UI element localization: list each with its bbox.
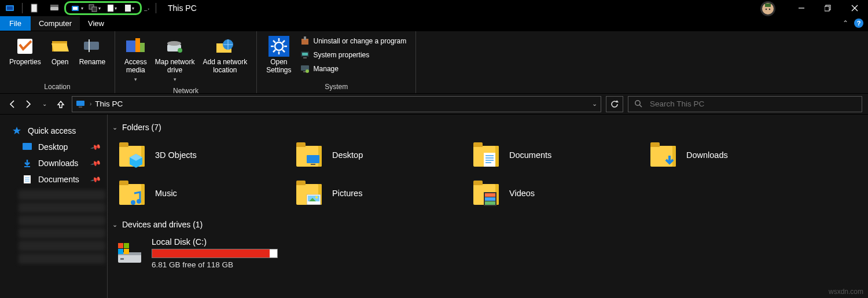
svg-rect-59 [24, 166, 30, 167]
qat-pin2-icon[interactable] [87, 1, 101, 15]
rename-icon [82, 36, 102, 57]
app-icon[interactable] [1, 1, 19, 15]
close-button[interactable] [841, 0, 868, 16]
svg-rect-69 [486, 155, 494, 156]
folder-downloads[interactable]: Downloads [647, 140, 821, 170]
sidebar-blurred-item [19, 253, 105, 264]
search-input[interactable] [649, 99, 856, 109]
sidebar-label: Quick access [28, 126, 76, 135]
svg-rect-88 [118, 249, 123, 254]
window-title: This PC [168, 3, 197, 13]
qat-pin4-icon[interactable] [122, 1, 136, 15]
tab-computer[interactable]: Computer [31, 16, 80, 31]
svg-point-14 [766, 9, 767, 10]
ribbon-group-system: Open Settings Uninstall or change a prog… [257, 31, 416, 93]
qat-file-icon[interactable] [25, 1, 44, 15]
folder-desktop[interactable]: Desktop [293, 140, 466, 170]
folder-documents[interactable]: Documents [470, 140, 643, 170]
button-label: Properties [9, 58, 41, 66]
qat-customize-icon[interactable]: ⎯▾ [142, 1, 152, 15]
button-label: Map network drive [155, 58, 195, 74]
rename-button[interactable]: Rename [76, 34, 109, 68]
drive-c[interactable]: Local Disk (C:) 6.81 GB free of 118 GB [108, 231, 868, 269]
section-drives-header[interactable]: ⌄ Devices and drives (1) [108, 218, 868, 231]
svg-rect-9 [92, 7, 97, 12]
folder-music[interactable]: Music [116, 178, 289, 208]
svg-line-56 [639, 105, 642, 107]
qat-drive-icon[interactable] [45, 1, 64, 15]
access-media-button[interactable]: Access media ▾ [121, 34, 150, 86]
monitor-icon [300, 50, 310, 60]
sidebar-blurred-item [19, 203, 105, 213]
chevron-down-icon: ⌄ [112, 221, 117, 229]
qat-pin1-icon[interactable] [70, 1, 84, 15]
folder-icon [119, 141, 147, 169]
chevron-right-icon[interactable]: › [90, 101, 91, 107]
folder-pictures[interactable]: Pictures [293, 178, 466, 208]
qat-pin3-icon[interactable] [105, 1, 119, 15]
open-button[interactable]: Open [46, 34, 75, 68]
collapse-ribbon-icon[interactable]: ⌃ [843, 19, 848, 27]
svg-point-73 [131, 200, 135, 205]
button-label: Manage [314, 65, 339, 73]
media-devices-icon [125, 36, 146, 57]
button-label: Uninstall or change a program [314, 37, 407, 45]
button-label: Open Settings [266, 58, 291, 74]
sidebar-label: Desktop [38, 142, 68, 152]
search-icon [634, 100, 643, 108]
back-button[interactable] [6, 98, 19, 111]
folder-3d-objects[interactable]: 3D Objects [116, 140, 289, 170]
forward-button[interactable] [22, 98, 35, 111]
folder-icon [650, 141, 678, 169]
history-dropdown[interactable]: ⌄ [38, 98, 51, 111]
pin-icon: 📌 [90, 141, 102, 153]
refresh-button[interactable] [606, 96, 623, 112]
up-button[interactable] [54, 98, 67, 111]
drive-name: Local Disk (C:) [152, 237, 278, 247]
tab-view[interactable]: View [80, 16, 112, 31]
add-network-location-button[interactable]: Add a network location [199, 34, 251, 76]
svg-marker-57 [13, 127, 21, 134]
desktop-icon [22, 142, 32, 152]
sidebar-item-desktop[interactable]: Desktop 📌 [0, 139, 107, 155]
breadcrumb[interactable]: This PC [95, 100, 123, 108]
system-properties-button[interactable]: System properties [296, 49, 410, 61]
section-folders-header[interactable]: ⌄ Folders (7) [108, 120, 868, 134]
folder-icon [119, 179, 147, 207]
sidebar-item-downloads[interactable]: Downloads 📌 [0, 155, 107, 171]
folder-videos[interactable]: Videos [470, 178, 643, 208]
map-network-drive-button[interactable]: Map network drive ▾ [152, 34, 198, 86]
quick-access-toolbar: ⎯▾ [0, 0, 160, 16]
svg-rect-71 [486, 160, 494, 161]
user-avatar[interactable] [760, 1, 775, 16]
minimize-button[interactable] [788, 0, 815, 16]
tab-file[interactable]: File [0, 16, 31, 31]
svg-rect-66 [307, 155, 319, 163]
svg-rect-7 [73, 7, 78, 10]
svg-point-55 [635, 101, 640, 105]
maximize-button[interactable] [815, 0, 841, 16]
svg-rect-27 [135, 38, 140, 52]
properties-button[interactable]: Properties [6, 34, 45, 68]
search-box[interactable] [628, 96, 862, 112]
help-icon[interactable]: ? [854, 19, 863, 28]
button-label: Access media [124, 58, 147, 74]
uninstall-programs-button[interactable]: Uninstall or change a program [296, 35, 410, 47]
open-settings-button[interactable]: Open Settings [263, 34, 295, 76]
address-bar[interactable]: › This PC ⌄ [72, 96, 601, 112]
section-label: Folders (7) [122, 123, 161, 132]
folders-grid: 3D Objects Desktop Documents Downloads [108, 134, 868, 218]
watermark: wsxdn.com [829, 288, 863, 296]
sidebar-item-documents[interactable]: Documents 📌 [0, 171, 107, 187]
svg-rect-82 [485, 201, 495, 205]
svg-rect-18 [825, 6, 829, 11]
sidebar-quick-access[interactable]: Quick access [0, 123, 107, 139]
svg-rect-53 [79, 106, 82, 108]
svg-rect-85 [120, 258, 124, 260]
svg-rect-70 [486, 157, 494, 159]
manage-button[interactable]: Manage [296, 62, 410, 75]
section-label: Devices and drives (1) [122, 220, 203, 229]
checklist-icon [14, 36, 35, 57]
drive-icon [116, 241, 144, 266]
address-dropdown-icon[interactable]: ⌄ [592, 100, 597, 108]
